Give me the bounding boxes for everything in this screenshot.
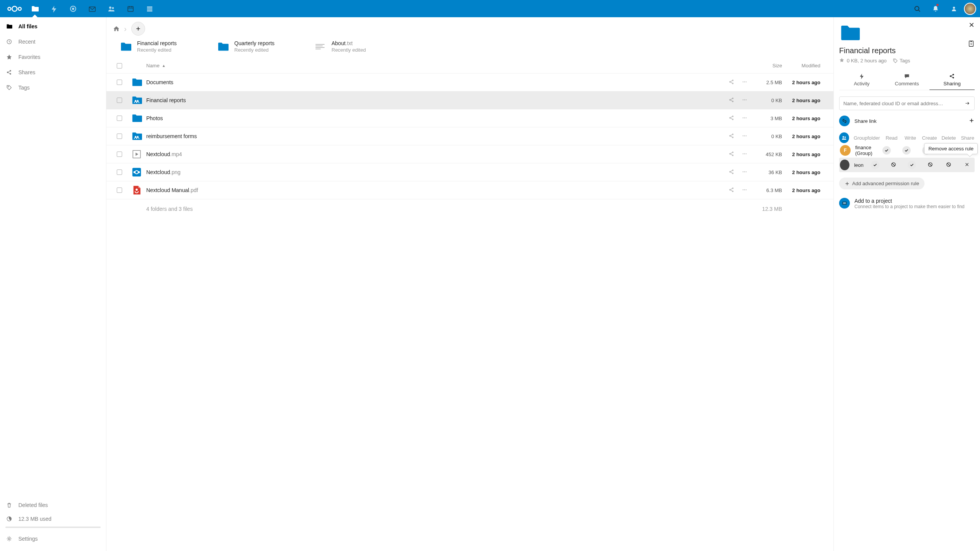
share-action[interactable] [728,187,735,194]
share-action[interactable] [728,79,735,86]
file-name: Nextcloud.png [146,169,709,175]
perm-create[interactable] [905,161,919,169]
row-checkbox[interactable] [112,80,127,85]
more-action[interactable] [742,97,748,104]
avatar-leon [840,160,849,170]
file-row[interactable]: Photos 3 MB 2 hours ago [106,109,833,127]
file-row[interactable]: reimbursement forms 0 KB 2 hours ago [106,127,833,145]
file-row[interactable]: Nextcloud.mp4 452 KB 2 hours ago [106,145,833,163]
app-calendar[interactable] [121,0,140,17]
tab-comments[interactable]: Comments [884,70,929,90]
perm-read[interactable] [868,161,882,169]
nav-shares[interactable]: Shares [0,65,106,80]
new-button[interactable] [131,22,145,36]
row-checkbox[interactable] [112,98,127,103]
perm-write-deny[interactable] [887,162,900,168]
col-share: Share [960,135,975,141]
more-action[interactable] [742,169,748,176]
breadcrumb-separator: › [124,24,127,33]
nav-settings[interactable]: Settings [5,532,101,546]
share-action[interactable] [728,151,735,158]
breadcrumb-home[interactable] [112,24,121,33]
nav-quota: 12.3 MB used [5,512,101,526]
tab-sharing[interactable]: Sharing [929,70,975,90]
group-icon [839,132,849,143]
perm-read[interactable] [879,146,894,155]
row-checkbox[interactable] [112,152,127,157]
add-permission-rule-button[interactable]: Add advanced permission rule [839,178,924,189]
summary-size: 12.3 MB [748,206,782,212]
favorite-toggle[interactable] [839,57,844,64]
col-modified-header[interactable]: Modified [782,63,828,68]
share-action[interactable] [728,97,735,104]
file-row[interactable]: Nextcloud.png 36 KB 2 hours ago [106,163,833,181]
row-checkbox[interactable] [112,187,127,193]
share-action[interactable] [728,169,735,176]
nav-deleted[interactable]: Deleted files [5,498,101,512]
logo[interactable] [4,5,25,13]
more-action[interactable] [742,187,748,194]
app-talk[interactable] [64,0,83,17]
sidebar-footer: Deleted files 12.3 MB used Settings [0,495,106,551]
file-row[interactable]: Financial reports 0 KB 2 hours ago [106,91,833,109]
folder-icon [217,41,229,53]
share-icon [5,68,13,76]
file-modified: 2 hours ago [782,134,828,139]
app-mail[interactable] [83,0,102,17]
perm-write[interactable] [899,146,914,155]
header-search[interactable] [909,0,926,17]
col-write: Write [903,135,917,141]
details-meta: 0 KB, 2 hours ago Tags [839,57,975,64]
col-size-header[interactable]: Size [748,63,782,68]
share-action[interactable] [728,133,735,140]
more-action[interactable] [742,133,748,140]
more-action[interactable] [742,151,748,158]
clipboard-button[interactable] [968,40,975,48]
nextcloud-logo-icon [7,5,22,13]
more-action[interactable] [742,115,748,122]
recent-name: Quarterly reports [234,40,274,46]
nav-label: Tags [18,85,30,91]
file-size: 2.5 MB [748,80,782,85]
nav-favorites[interactable]: Favorites [0,49,106,65]
recent-item[interactable]: Quarterly reports Recently edited [217,40,293,53]
close-panel-button[interactable] [969,22,975,29]
recent-item[interactable]: About.txt Recently edited [314,40,390,53]
file-row[interactable]: Nextcloud Manual.pdf 6.3 MB 2 hours ago [106,181,833,199]
perm-delete-deny[interactable] [923,162,937,168]
recent-item[interactable]: Financial reports Recently edited [119,40,196,53]
row-checkbox[interactable] [112,134,127,139]
user-avatar[interactable] [964,3,976,15]
video-icon [127,149,146,160]
header-notifications[interactable] [927,0,944,17]
select-all[interactable] [112,63,127,68]
app-deck[interactable] [140,0,159,17]
remove-rule-button[interactable] [960,162,974,168]
share-search[interactable] [839,96,975,110]
nav-recent[interactable]: Recent [0,34,106,49]
app-contacts[interactable] [102,0,121,17]
perm-share-deny[interactable] [942,162,956,168]
share-search-input[interactable] [843,101,964,106]
header-contacts-menu[interactable] [946,0,962,17]
folder-icon [127,77,146,88]
nav-all-files[interactable]: All files [0,19,106,34]
col-name-header[interactable]: Name▲ [146,63,709,68]
pie-icon [5,515,13,523]
share-action[interactable] [728,115,735,122]
file-row[interactable]: Documents 2.5 MB 2 hours ago [106,73,833,91]
row-checkbox[interactable] [112,116,127,121]
row-checkbox[interactable] [112,170,127,175]
file-modified: 2 hours ago [782,116,828,121]
row-actions [709,151,748,158]
create-share-link[interactable] [969,117,975,125]
more-action[interactable] [742,79,748,86]
app-activity[interactable] [44,0,64,17]
app-files[interactable] [25,0,44,17]
col-create: Create [922,135,937,141]
tags-button[interactable]: Tags [893,58,910,64]
tab-activity[interactable]: Activity [839,70,884,90]
nav-label: Deleted files [18,502,48,508]
add-to-project[interactable]: Add to a project Connect items to a proj… [839,198,975,209]
nav-tags[interactable]: Tags [0,80,106,95]
